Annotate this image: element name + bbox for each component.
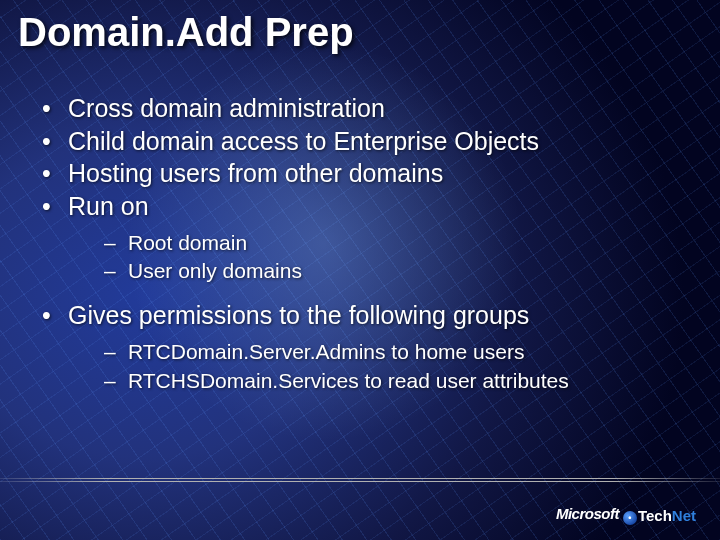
footer-logo: Microsoft • Tech Net — [556, 505, 696, 525]
technet-tech-text: Tech — [638, 507, 672, 524]
list-item: Gives permissions to the following group… — [34, 300, 690, 395]
sub-list: RTCDomain.Server.Admins to home users RT… — [68, 338, 690, 395]
slide-title: Domain.Add Prep — [0, 0, 720, 55]
list-item: Hosting users from other domains — [34, 158, 690, 189]
list-item: RTCDomain.Server.Admins to home users — [100, 338, 690, 366]
slide: Domain.Add Prep Cross domain administrat… — [0, 0, 720, 540]
bullet-text: Root domain — [128, 231, 247, 254]
bullet-text: Gives permissions to the following group… — [68, 301, 529, 329]
list-item: RTCHSDomain.Services to read user attrib… — [100, 367, 690, 395]
list-item: Root domain — [100, 229, 690, 257]
bullet-text: RTCDomain.Server.Admins to home users — [128, 340, 524, 363]
technet-logo: • Tech Net — [623, 507, 696, 524]
list-item: Cross domain administration — [34, 93, 690, 124]
bullet-list: Cross domain administration Child domain… — [34, 93, 690, 395]
bullet-text: Child domain access to Enterprise Object… — [68, 127, 539, 155]
list-item: Run on Root domain User only domains — [34, 191, 690, 286]
slide-body: Cross domain administration Child domain… — [0, 55, 720, 395]
bullet-text: Run on — [68, 192, 149, 220]
divider-line — [0, 481, 720, 482]
list-item: Child domain access to Enterprise Object… — [34, 126, 690, 157]
microsoft-wordmark: Microsoft — [556, 505, 619, 522]
sub-list: Root domain User only domains — [68, 229, 690, 286]
bullet-text: RTCHSDomain.Services to read user attrib… — [128, 369, 569, 392]
divider-line — [0, 478, 720, 479]
list-item: User only domains — [100, 257, 690, 285]
footer-divider — [0, 478, 720, 484]
bullet-text: User only domains — [128, 259, 302, 282]
technet-net-text: Net — [672, 507, 696, 524]
bullet-text: Hosting users from other domains — [68, 159, 443, 187]
bullet-text: Cross domain administration — [68, 94, 385, 122]
technet-dot-icon: • — [623, 511, 637, 525]
